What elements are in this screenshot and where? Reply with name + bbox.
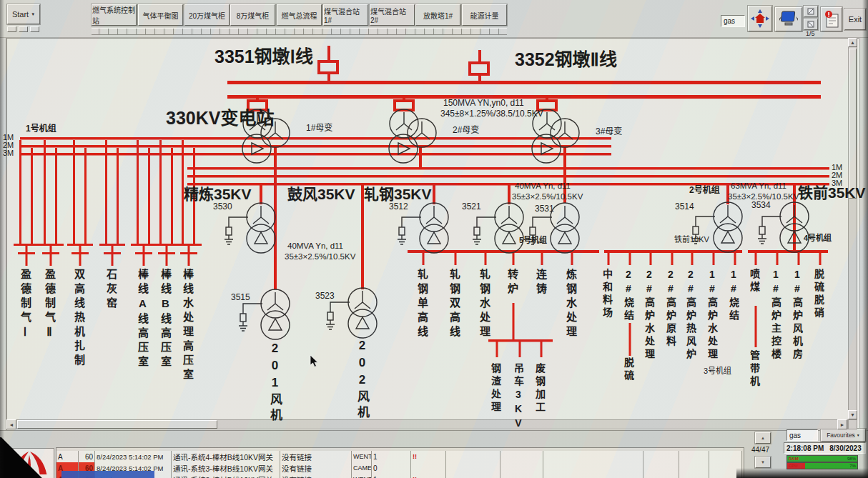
- feeder-label: 2#高炉原料: [666, 269, 676, 349]
- tab-gas-mixing-1[interactable]: 煤气混合站1#: [323, 4, 368, 26]
- feeder-label: 钢渣处理: [490, 363, 500, 414]
- page-prev-button[interactable]: [804, 6, 818, 17]
- cpu-bar-label: CPU: [789, 464, 798, 468]
- tab-80k-gas-holder[interactable]: 8万煤气柜: [230, 4, 275, 26]
- alarm-page-up-button[interactable]: ▲: [755, 432, 771, 444]
- feeder-label: 2#烧结: [623, 269, 633, 323]
- alarm-log-button[interactable]: [821, 7, 842, 31]
- spec-40mva-zhagang-line2: 35±3×2.5%/10.5KV: [512, 192, 583, 201]
- tab-gas-balance[interactable]: 气体平衡图: [138, 4, 183, 26]
- breaker-3530-label[interactable]: 3530: [213, 202, 232, 211]
- clock-panel: 2:18:08 PM 8/30/2023: [784, 442, 866, 454]
- tab-200k-gas-holder[interactable]: 20万煤气柜: [184, 4, 230, 26]
- mother-tx-2-label[interactable]: 2#母变: [453, 126, 479, 135]
- mother-tx-3-label[interactable]: 3#母变: [596, 127, 622, 136]
- breaker-3521-label[interactable]: 3521: [462, 202, 481, 211]
- scroll-up-icon[interactable]: ▲: [848, 38, 857, 47]
- feeder-label: 双高线热机扎制: [74, 269, 84, 369]
- monitor-select-button[interactable]: [775, 7, 802, 31]
- tab-gas-overview[interactable]: 燃气总流程: [277, 4, 322, 26]
- feeder-label: 轧钢水处理: [479, 269, 490, 340]
- breaker-3534-label[interactable]: 3534: [751, 201, 771, 210]
- breaker-3514-label[interactable]: 3514: [675, 202, 694, 211]
- alarm-cell-empty: [643, 462, 679, 474]
- feeder-label: 脱硫脱硝: [814, 269, 824, 320]
- alarm-row[interactable]: A 60 8/24/2023 5:14:02 PM 通讯-系统3-棒材B线10K…: [56, 474, 742, 478]
- breaker-3531-label[interactable]: 3531: [535, 204, 554, 214]
- favourites-dropdown[interactable]: Favourites ▼: [821, 429, 866, 442]
- home-compass-icon: [750, 9, 770, 29]
- feeder-label: 棒线A线高压室: [137, 269, 148, 370]
- alarm-page-down-button[interactable]: ▼: [755, 457, 771, 468]
- tab-label: 燃气总流程: [282, 10, 317, 21]
- tab-vent-tower-1[interactable]: 放散塔1#: [415, 4, 460, 26]
- photo-edge: [0, 0, 4, 478]
- tieqian-10kv-label: 铁前10KV: [674, 235, 709, 244]
- scroll-down-icon[interactable]: ▼: [848, 410, 857, 419]
- tab-label: 气体平衡图: [143, 10, 179, 21]
- feeder-label: 喷煤: [749, 269, 759, 294]
- start-indicator-box[interactable]: [7, 26, 16, 32]
- unit-1-label: 1号机组: [26, 124, 56, 134]
- horizontal-scroll-thumb[interactable]: [17, 420, 217, 429]
- feeder-label: 转炉: [507, 269, 518, 297]
- tab-gas-mixing-2[interactable]: 煤气混合站2#: [370, 4, 415, 26]
- company-logo-icon: [8, 449, 52, 477]
- vertical-scroll-thumb[interactable]: [849, 49, 857, 199]
- alarm-row[interactable]: A 60 8/24/2023 5:14:02 PM 通讯-系统3-棒材B线10K…: [56, 462, 742, 474]
- feeder-label: 棒线B线高压室: [160, 269, 171, 370]
- feeder-label: 连铸: [536, 269, 546, 297]
- page-flip-down-icon: [807, 20, 815, 29]
- feeder-label: 盈德制气Ⅱ: [44, 269, 55, 342]
- alarm-cell-empty: [709, 451, 742, 462]
- page-next-button[interactable]: [804, 19, 818, 30]
- alarm-cell-empty: [679, 474, 709, 478]
- scroll-right-icon[interactable]: ►: [837, 419, 847, 429]
- alarm-cell-empty: [543, 462, 643, 474]
- main-tx-spec-line1: 150MVA YN,yn0, d11: [443, 99, 524, 108]
- ram-bar-label: RAM: [789, 457, 799, 461]
- ram-usage-bar: RAM 98%: [786, 455, 858, 462]
- alarm-cell-empty: [709, 474, 742, 478]
- ram-bar-value: 98%: [847, 457, 856, 461]
- alarm-cell-empty: [500, 451, 543, 462]
- status-date: 8/30/2023: [829, 444, 862, 452]
- caret-down-icon: ▼: [857, 433, 860, 437]
- start-indicator-box[interactable]: [30, 26, 39, 32]
- scroll-left-icon[interactable]: ◄: [6, 419, 16, 429]
- section-zhagang-title: 轧钢35KV: [364, 186, 432, 202]
- feeder-label: 轧钢双高线: [449, 269, 460, 340]
- feeder-label: 棒线水处理高压室: [182, 269, 193, 383]
- start-button[interactable]: Start ▼: [7, 4, 40, 24]
- unit-4-label: 4号机组: [804, 234, 832, 242]
- cpu-usage-bar: CPU 7%: [786, 462, 858, 469]
- alarm-cell-empty: [500, 462, 543, 474]
- breaker-3512-label[interactable]: 3512: [389, 202, 408, 211]
- alarm-document-icon: [823, 10, 840, 29]
- tab-gas-system-control[interactable]: 燃气系统控制站: [92, 4, 137, 26]
- alarm-cell-state: 没有链接: [280, 474, 352, 478]
- breaker-3515-label[interactable]: 3515: [231, 293, 250, 302]
- unit-3-label: 3号机组: [704, 367, 731, 375]
- alarm-table: A 60 8/24/2023 5:14:02 PM 通讯-系统4-棒材B线10K…: [56, 447, 744, 478]
- alarm-page-indicator: 44/47: [751, 446, 769, 454]
- project-name-field[interactable]: [786, 429, 818, 441]
- spec-40mva-zhagang-line1: 40MVA Yn, d11: [515, 181, 571, 191]
- feeder-label: 2#高炉热风炉: [686, 269, 696, 362]
- tab-energy-metering[interactable]: 能源计量: [462, 4, 507, 26]
- gas-project-field[interactable]: [721, 15, 745, 27]
- tab-label: 放散塔1#: [423, 10, 453, 21]
- exit-button[interactable]: Exit: [844, 9, 866, 30]
- mother-tx-1-label[interactable]: 1#母变: [306, 124, 332, 133]
- feeder-label: 1#高炉风机房: [792, 269, 802, 362]
- start-indicator-box[interactable]: [19, 26, 28, 32]
- status-time: 2:18:08 PM: [786, 444, 824, 452]
- alarm-row[interactable]: A 60 8/24/2023 5:14:02 PM 通讯-系统4-棒材B线10K…: [56, 451, 742, 463]
- alarm-cell-direction: CAME: [352, 462, 372, 474]
- alarm-cell-empty: [446, 462, 500, 474]
- unit-2-label: 2号机组: [689, 186, 720, 195]
- alarm-flag-icon: !!: [411, 474, 446, 478]
- left-bus-3m-label: 3M: [3, 149, 14, 157]
- home-nav-button[interactable]: [748, 6, 772, 31]
- breaker-3523-label[interactable]: 3523: [315, 292, 335, 301]
